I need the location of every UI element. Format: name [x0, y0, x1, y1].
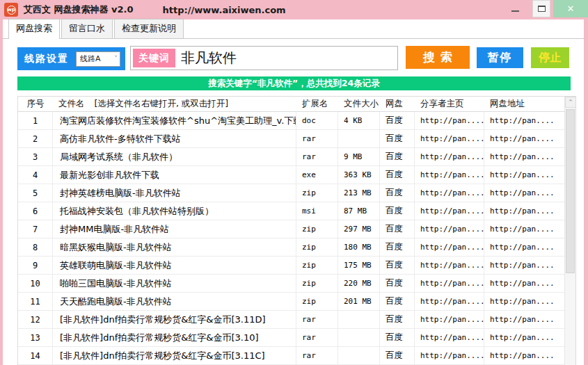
line-settings-label: 线路设置 [24, 53, 69, 65]
keyword-group: 关键词 [130, 46, 398, 70]
cell-ext: rar [296, 130, 338, 147]
cell-ext: exe [296, 166, 338, 184]
cell-sharer: http://pan.... [415, 329, 484, 346]
table-row[interactable]: 14[非凡软件]dnf拍卖行常规秒货&红字&金币[3.11C]rar百度http… [18, 347, 566, 365]
table-row[interactable]: 8暗黑妖猴电脑版-非凡软件站zip180 MB百度http://pan....h… [18, 238, 566, 257]
cell-name: [非凡软件]dnf拍卖行常规秒货&红字&金币[3.11C] [53, 347, 296, 364]
header-ext: 扩展名 [296, 98, 338, 110]
keyword-label: 关键词 [133, 49, 175, 67]
maximize-icon [538, 6, 546, 12]
cell-url: http://pan.... [484, 329, 566, 346]
cell-ext: rar [296, 148, 338, 165]
table-row[interactable]: 12[非凡软件]dnf拍卖行常规秒货&红字&金币[3.11D]rar百度http… [18, 311, 566, 329]
table-row[interactable]: 6托福战神安装包（非凡软件站特别版）msi87 MB百度http://pan..… [18, 202, 566, 220]
cell-no: 3 [18, 148, 53, 165]
header-sharer: 分享者主页 [415, 98, 484, 110]
cell-sharer: http://pan.... [415, 347, 484, 364]
cell-no: 7 [18, 220, 53, 238]
cell-url: http://pan.... [484, 166, 566, 184]
cell-no: 2 [18, 130, 53, 147]
keyword-input[interactable] [175, 48, 397, 69]
cell-size: 4 KB [338, 112, 380, 129]
line-select-dropdown[interactable]: 线路A ˅ [76, 51, 120, 67]
cell-pan: 百度 [380, 202, 415, 220]
table-row[interactable]: 2高仿非凡软件-多特软件下载站rar百度http://pan....http:/… [18, 130, 566, 148]
cell-size [338, 130, 380, 147]
cell-name: [非凡软件]dnf拍卖行常规秒货&红字&金币[3.11D] [53, 311, 296, 328]
tab-pan-search[interactable]: 网盘搜索 [8, 19, 60, 39]
cell-ext: zip [296, 184, 338, 202]
cell-ext: zip [296, 257, 338, 274]
cell-url: http://pan.... [484, 220, 566, 238]
cell-pan: 百度 [380, 275, 415, 292]
table-row[interactable]: 13[非凡软件]dnf拍卖行常规秒货&红字&金币[3.10]rar百度http:… [18, 329, 566, 347]
table-row[interactable]: 1淘宝网店装修软件淘宝装修软件^shu^淘宝美工助理_v.下载_...doc4 … [18, 112, 566, 130]
title-bar: wp 艾西文 网盘搜索神器 v2.0 http://www.aixiwen.co… [0, 0, 588, 19]
cell-no: 6 [18, 202, 53, 220]
status-text: 搜索关键字“非凡软件”，总共找到24条记录 [208, 78, 379, 90]
vertical-scrollbar[interactable]: ⌃ [564, 97, 575, 365]
cell-ext: doc [296, 112, 338, 129]
minimize-button[interactable] [504, 0, 525, 18]
cell-no: 13 [18, 329, 53, 346]
cell-ext: rar [296, 329, 338, 346]
header-filename-hint: [选择文件名右键打开, 或双击打开] [95, 98, 229, 110]
cell-size: 363 KB [338, 166, 380, 184]
cell-name: 暗黑妖猴电脑版-非凡软件站 [53, 238, 296, 256]
cell-pan: 百度 [380, 257, 415, 274]
cell-name: 封神MM电脑版-非凡软件站 [53, 220, 296, 238]
window-title: 艾西文 网盘搜索神器 v2.0 [24, 3, 134, 16]
cell-size: 297 MB [338, 220, 380, 238]
header-no: 序号 [18, 98, 53, 110]
scroll-up-icon[interactable]: ⌃ [565, 97, 576, 108]
tab-bar: 网盘搜索 留言口水 检查更新说明 [3, 19, 584, 39]
cell-sharer: http://pan.... [415, 166, 484, 184]
stop-button[interactable]: 停止 [531, 47, 569, 68]
search-button[interactable]: 搜索 [406, 46, 470, 69]
line-select-value: 线路A [80, 54, 101, 64]
cell-name: 最新光影创非凡软件下载 [53, 166, 296, 184]
cell-pan: 百度 [380, 184, 415, 202]
chevron-down-icon: ˅ [114, 55, 118, 63]
table-row[interactable]: 3局域网考试系统（非凡软件）rar9 MB百度http://pan....htt… [18, 148, 566, 166]
window-controls: ✕ [504, 0, 588, 19]
cell-size: 213 MB [338, 184, 380, 202]
tab-update-notes[interactable]: 检查更新说明 [114, 19, 184, 38]
cell-size: 87 MB [338, 202, 380, 220]
cell-pan: 百度 [380, 311, 415, 328]
cell-size: 180 MB [338, 238, 380, 256]
cell-name: 天天酷跑电脑版-非凡软件站 [53, 293, 296, 310]
table-row[interactable]: 4最新光影创非凡软件下载exe363 KB百度http://pan....htt… [18, 166, 566, 184]
table-row[interactable]: 9英雄联萌电脑版-非凡软件站zip175 MB百度http://pan....h… [18, 257, 566, 275]
cell-sharer: http://pan.... [415, 257, 484, 274]
close-button[interactable]: ✕ [553, 0, 588, 17]
cell-url: http://pan.... [484, 275, 566, 292]
cell-name: 高仿非凡软件-多特软件下载站 [53, 130, 296, 147]
table-row[interactable]: 11天天酷跑电脑版-非凡软件站zip201 MB百度http://pan....… [18, 293, 566, 311]
cell-url: http://pan.... [484, 347, 566, 364]
cell-pan: 百度 [380, 166, 415, 184]
scrollbar-thumb[interactable] [566, 109, 575, 273]
cell-sharer: http://pan.... [415, 238, 484, 256]
cell-ext: zip [296, 220, 338, 238]
cell-name: 托福战神安装包（非凡软件站特别版） [53, 202, 296, 220]
maximize-button[interactable] [532, 0, 550, 17]
table-row[interactable]: 7封神MM电脑版-非凡软件站zip297 MB百度http://pan....h… [18, 220, 566, 238]
pause-button[interactable]: 暂停 [477, 47, 523, 68]
cell-url: http://pan.... [484, 130, 566, 147]
cell-url: http://pan.... [484, 238, 566, 256]
cell-ext: rar [296, 347, 338, 364]
cell-name: 封神英雄榜电脑版-非凡软件站 [53, 184, 296, 202]
cell-no: 10 [18, 275, 53, 292]
tab-message-board[interactable]: 留言口水 [61, 19, 113, 38]
cell-size [338, 311, 380, 328]
cell-size: 175 MB [338, 257, 380, 274]
table-row[interactable]: 5封神英雄榜电脑版-非凡软件站zip213 MB百度http://pan....… [18, 184, 566, 202]
cell-sharer: http://pan.... [415, 148, 484, 165]
table-row[interactable]: 10啪啪三国电脑版-非凡软件站zip220 MB百度http://pan....… [18, 275, 566, 293]
cell-sharer: http://pan.... [415, 112, 484, 129]
table-body: 1淘宝网店装修软件淘宝装修软件^shu^淘宝美工助理_v.下载_...doc4 … [18, 112, 575, 365]
line-settings-group: 线路设置 线路A ˅ [17, 47, 125, 70]
cell-sharer: http://pan.... [415, 130, 484, 147]
cell-sharer: http://pan.... [415, 293, 484, 310]
